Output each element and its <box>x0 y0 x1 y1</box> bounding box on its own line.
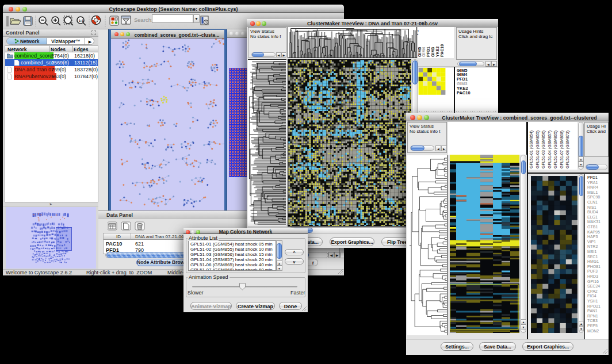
svg-text:GIM4: GIM4 <box>422 47 426 57</box>
svg-text:GPL51-06 (GSM865): GPL51-06 (GSM865) <box>553 131 558 168</box>
svg-text:CPA2: CPA2 <box>587 289 598 293</box>
svg-text:MON2: MON2 <box>587 329 599 333</box>
svg-text:PFD1: PFD1 <box>426 47 430 57</box>
svg-text:GPL51-02 (GSM855): GPL51-02 (GSM855) <box>536 131 540 168</box>
svg-text:GPI16: GPI16 <box>587 279 599 283</box>
svg-text:GIM3: GIM3 <box>431 47 435 57</box>
svg-text:MSI1: MSI1 <box>587 250 596 254</box>
svg-text:1:1: 1:1 <box>79 19 83 22</box>
svg-text:PHO81: PHO81 <box>587 265 600 269</box>
svg-text:SEC1: SEC1 <box>587 255 598 259</box>
svg-text:MSL1: MSL1 <box>587 190 598 194</box>
svg-text:GPL51-01 (GSM854): GPL51-01 (GSM854) <box>529 131 534 168</box>
svg-text:FIG4: FIG4 <box>587 294 596 298</box>
svg-text:GPL51-07 (GSM868): GPL51-07 (GSM868) <box>560 131 564 168</box>
svg-text:VIP1: VIP1 <box>587 240 596 244</box>
svg-text:GTB1: GTB1 <box>587 225 598 229</box>
svg-text:YSH1: YSH1 <box>587 299 598 303</box>
svg-text:GIM5: GIM5 <box>418 47 422 57</box>
svg-text:BUD4: BUD4 <box>587 210 598 214</box>
svg-text:CLN1: CLN1 <box>587 200 598 204</box>
svg-text:TCB3: TCB3 <box>587 319 598 323</box>
svg-text:NTR2: NTR2 <box>587 244 598 248</box>
svg-text:ELG1: ELG1 <box>587 215 598 219</box>
svg-text:SEC24: SEC24 <box>587 284 600 288</box>
svg-text:GPL51-04 (GSM857): GPL51-04 (GSM857) <box>548 131 552 168</box>
svg-text:NIS1: NIS1 <box>587 205 596 209</box>
svg-text:GPL51-03 (GSM856): GPL51-03 (GSM856) <box>541 131 546 168</box>
svg-text:GPL51-08 (GSM872): GPL51-08 (GSM872) <box>565 131 570 168</box>
svg-text:HRD3: HRD3 <box>587 274 598 278</box>
svg-text:RNR4: RNR4 <box>587 185 598 189</box>
svg-text:RPO21: RPO21 <box>587 304 600 308</box>
svg-text:YKE2: YKE2 <box>435 47 439 57</box>
svg-text:PEP5: PEP5 <box>587 324 598 328</box>
svg-text:PFD1: PFD1 <box>587 175 598 179</box>
svg-text:PAN1: PAN1 <box>587 309 598 313</box>
svg-text:RPN1: RPN1 <box>587 314 598 318</box>
svg-text:SPC98: SPC98 <box>587 195 600 199</box>
svg-text:PAC10: PAC10 <box>457 90 471 95</box>
svg-text:PAC10: PAC10 <box>440 44 444 57</box>
svg-text:HMG1: HMG1 <box>587 259 599 263</box>
svg-text:PUF3: PUF3 <box>587 269 598 273</box>
svg-text:KAP95: KAP95 <box>587 230 600 234</box>
svg-text:HAP3: HAP3 <box>587 235 598 239</box>
svg-text:MAK31: MAK31 <box>587 220 600 224</box>
svg-text:YRA1: YRA1 <box>587 181 598 185</box>
